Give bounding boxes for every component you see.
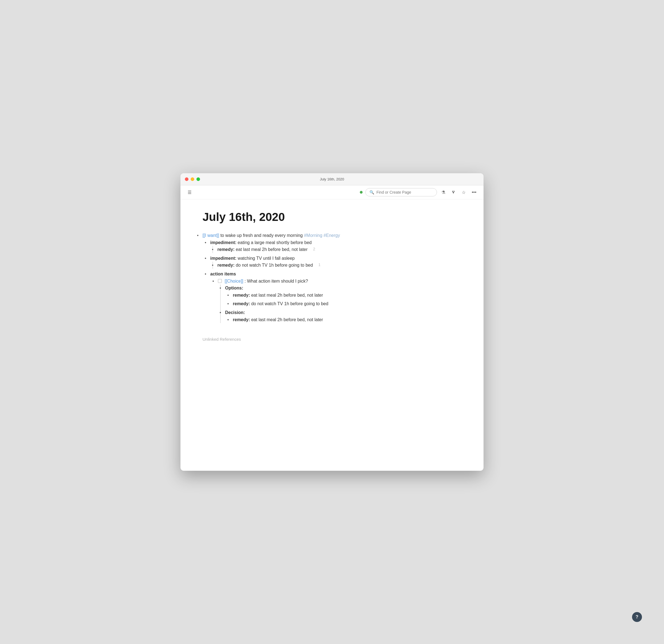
i-want-link[interactable]: [[I want]] <box>203 233 219 238</box>
list-item: action items [[Choice]] : What action it… <box>210 270 467 323</box>
options-decision-list: Options: remedy: eat last meal 2h before… <box>225 285 467 323</box>
search-input[interactable] <box>376 190 433 194</box>
titlebar: July 16th, 2020 <box>181 173 483 185</box>
remedy2-count: 1 <box>318 262 321 268</box>
page-title: July 16th, 2020 <box>203 210 467 224</box>
vertical-line-1: remedy: eat last meal 2h before bed, not… <box>212 246 467 253</box>
list-item: remedy: do not watch TV 1h before going … <box>217 262 467 269</box>
more-button[interactable]: ••• <box>470 189 478 196</box>
choice-text: : What action item should I pick? <box>245 279 308 284</box>
toolbar-right: 🔍 ⚗ ⛛ ☆ ••• <box>360 188 478 196</box>
option2-text: do not watch TV 1h before going to bed <box>251 302 328 306</box>
close-button[interactable] <box>185 178 188 181</box>
list-item: impediment: eating a large meal shortly … <box>210 239 467 253</box>
page-content: July 16th, 2020 [[I want]] to wake up fr… <box>181 200 483 471</box>
vertical-line-3: Options: remedy: eat last meal 2h before… <box>220 285 467 323</box>
maximize-button[interactable] <box>196 178 200 181</box>
remedy1-text: eat last meal 2h before bed, not later <box>236 247 308 252</box>
filter2-icon: ⛛ <box>451 190 456 194</box>
star-icon: ☆ <box>462 190 465 195</box>
action-items-list: [[Choice]] : What action item should I p… <box>218 278 467 324</box>
list-item: remedy: eat last meal 2h before bed, not… <box>233 316 467 324</box>
titlebar-title: July 16th, 2020 <box>320 177 344 181</box>
list-item: remedy: eat last meal 2h before bed, not… <box>217 246 467 253</box>
filter-icon: ⚗ <box>441 190 445 195</box>
options-list: remedy: eat last meal 2h before bed, not… <box>233 292 467 307</box>
remedy2-container: remedy: do not watch TV 1h before going … <box>217 262 467 269</box>
item1-text: to wake up fresh and ready every morning <box>221 233 304 238</box>
list-item: Decision: remedy: eat last meal 2h befor… <box>225 309 467 323</box>
unlinked-refs-label: Unlinked References <box>203 337 241 341</box>
remedy1-container: remedy: eat last meal 2h before bed, not… <box>217 246 467 253</box>
minimize-button[interactable] <box>191 178 194 181</box>
impediment1-bold: impediment: <box>210 240 236 245</box>
decision-list: remedy: eat last meal 2h before bed, not… <box>233 316 467 324</box>
impediment2-text: watching TV until I fall asleep <box>238 256 295 261</box>
menu-icon: ☰ <box>188 190 191 195</box>
more-icon: ••• <box>472 190 476 194</box>
list-item: remedy: eat last meal 2h before bed, not… <box>233 292 467 299</box>
impediment2-bold: impediment: <box>210 256 236 261</box>
unlinked-references[interactable]: Unlinked References <box>203 337 467 341</box>
nested-list-1: impediment: eating a large meal shortly … <box>210 239 467 324</box>
remedy2-text: do not watch TV 1h before going to bed <box>236 263 313 268</box>
remedy-list-1: remedy: eat last meal 2h before bed, not… <box>217 246 467 253</box>
remedy1-count: 2 <box>313 246 315 252</box>
traffic-lights <box>185 178 200 181</box>
vertical-line-2: remedy: do not watch TV 1h before going … <box>212 262 467 269</box>
filter-button[interactable]: ⚗ <box>440 189 447 196</box>
remedy1-bold: remedy: <box>217 247 234 252</box>
decision1-text: eat last meal 2h before bed, not later <box>251 317 323 322</box>
help-icon: ? <box>636 615 638 620</box>
toolbar: ☰ 🔍 ⚗ ⛛ ☆ ••• <box>181 185 483 200</box>
list-item: Options: remedy: eat last meal 2h before… <box>225 285 467 307</box>
checkbox[interactable] <box>218 279 222 283</box>
menu-button[interactable]: ☰ <box>186 189 193 196</box>
choice-link[interactable]: [[Choice]] <box>225 279 243 284</box>
search-bar[interactable]: 🔍 <box>365 188 437 196</box>
remedy2-bold: remedy: <box>217 263 234 268</box>
list-item: [[I want]] to wake up fresh and ready ev… <box>203 232 467 323</box>
decision1-bold: remedy: <box>233 317 250 322</box>
top-level-list: [[I want]] to wake up fresh and ready ev… <box>203 232 467 323</box>
main-window: July 16th, 2020 ☰ 🔍 ⚗ ⛛ ☆ ••• <box>181 173 483 471</box>
action-items-bold: action items <box>210 272 236 276</box>
option1-bold: remedy: <box>233 293 250 297</box>
list-item: [[Choice]] : What action item should I p… <box>218 278 467 324</box>
options-header: Options: <box>225 286 243 290</box>
decision-header: Decision: <box>225 310 245 315</box>
item1-tags: #Morning #Energy <box>304 233 340 238</box>
impediment1-text: eating a large meal shortly before bed <box>238 240 312 245</box>
search-icon: 🔍 <box>370 190 374 194</box>
help-button[interactable]: ? <box>632 612 642 622</box>
list-item: remedy: do not watch TV 1h before going … <box>233 300 467 307</box>
filter2-button[interactable]: ⛛ <box>450 189 457 196</box>
list-item: impediment: watching TV until I fall asl… <box>210 255 467 269</box>
main-content: July 16th, 2020 [[I want]] to wake up fr… <box>203 210 467 341</box>
status-dot <box>360 191 362 194</box>
remedy-list-2: remedy: do not watch TV 1h before going … <box>217 262 467 269</box>
option1-text: eat last meal 2h before bed, not later <box>251 293 323 297</box>
option2-bold: remedy: <box>233 302 250 306</box>
star-button[interactable]: ☆ <box>460 189 467 196</box>
